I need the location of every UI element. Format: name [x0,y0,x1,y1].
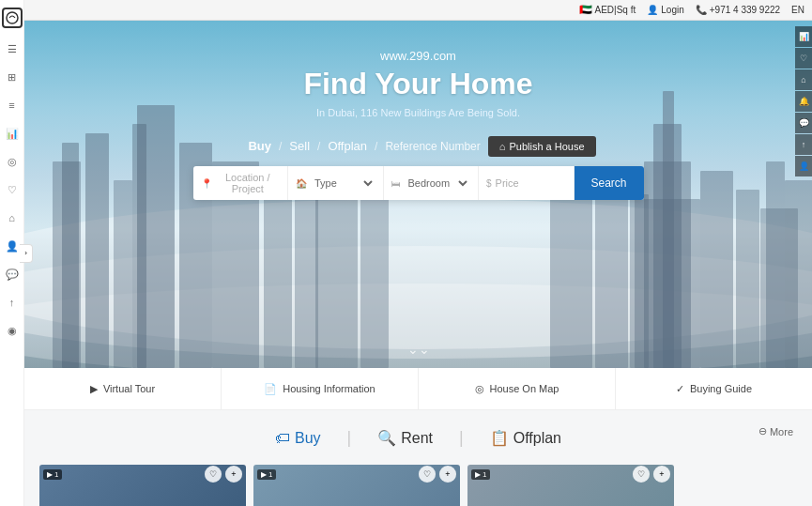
user-icon: 👤 [647,5,658,15]
rent-search-icon: 🔍 [377,429,396,447]
svg-rect-22 [785,180,812,368]
card-actions-3: ♡ + [633,466,670,483]
house-map-icon: ◎ [475,383,484,395]
bottom-navigation-bar: ▶ Virtual Tour 📄 Housing Information ◎ H… [24,368,812,410]
video-icon: ▶ [47,470,53,479]
sidebar-icon-chart[interactable]: 📊 [3,124,22,143]
card-overlay-3: ▶ 1 ♡ + [467,465,674,483]
card-add-button-1[interactable]: + [225,466,242,483]
card-overlay-2: ▶ 1 ♡ + [253,465,460,483]
type-select[interactable]: Type [311,176,375,190]
svg-rect-19 [736,190,759,368]
bedroom-select[interactable]: Bedroom [405,176,471,190]
sidebar-icon-menu[interactable]: ☰ [3,39,22,58]
tab-rent[interactable]: 🔍 Rent [370,425,440,451]
nav-reference[interactable]: Reference Number [377,136,487,157]
video-icon-3: ▶ [475,470,481,479]
card-add-button-3[interactable]: + [653,466,670,483]
logo[interactable] [2,8,23,28]
type-icon: 🏠 [296,178,307,189]
phone-icon: 📞 [696,5,707,15]
property-tabs: 🏷 Buy | 🔍 Rent | 📋 Offplan [24,418,812,458]
phone-number[interactable]: 📞 +971 4 339 9222 [696,5,780,15]
svg-rect-6 [114,180,132,368]
right-icon-chat[interactable]: 💬 [795,113,812,133]
home-icon: ⌂ [499,141,506,152]
housing-info-item[interactable]: 📄 Housing Information [222,368,419,409]
tab-separator-1: | [347,428,352,448]
property-card-1[interactable]: ▶ 1 ♡ + [39,465,246,506]
search-bar: 📍 Location / Project 🏠 Type 🛏 Bedroom $ … [193,166,644,200]
card-heart-button-1[interactable]: ♡ [205,466,222,483]
hero-subtitle: In Dubai, 116 New Buildings Are Being So… [24,107,812,118]
house-map-item[interactable]: ◎ House On Map [419,368,616,409]
language-selector[interactable]: EN [791,5,804,15]
sidebar-toggle[interactable]: › [20,244,33,263]
right-sidebar: 📊 ♡ ⌂ 🔔 💬 ↑ 👤 [795,26,812,177]
card-overlay-1: ▶ 1 ♡ + [39,465,246,483]
right-icon-chart[interactable]: 📊 [795,26,812,47]
sidebar-icon-home[interactable]: ⌂ [3,208,22,227]
card-actions-1: ♡ + [205,466,242,483]
sidebar-icon-user[interactable]: 👤 [3,237,22,255]
bedroom-field[interactable]: 🛏 Bedroom [384,166,480,200]
tab-offplan[interactable]: 📋 Offplan [483,425,569,451]
house-map-label: House On Map [490,383,559,394]
flag-icon: 🇦🇪 [579,4,592,16]
sidebar-icon-list[interactable]: ≡ [3,96,22,115]
sidebar-icon-up[interactable]: ↑ [3,293,22,312]
right-icon-up[interactable]: ↑ [795,134,812,155]
hero-url: www.299.com [24,49,812,63]
publish-button[interactable]: ⌂ Publish a House [488,136,596,157]
currency-selector[interactable]: 🇦🇪 AED|Sq ft [579,4,636,16]
hero-nav: Buy / Sell / Offplan / Reference Number … [24,135,812,157]
nav-buy[interactable]: Buy [240,135,279,157]
svg-rect-24 [360,199,389,368]
offplan-doc-icon: 📋 [490,429,509,447]
property-cards-row: ▶ 1 ♡ + ▶ 1 ♡ + ▶ 1 [24,465,812,506]
housing-info-icon: 📄 [264,383,277,395]
left-sidebar: ☰ ⊞ ≡ 📊 ◎ ♡ ⌂ 👤 💬 ↑ ◉ › [0,0,24,506]
video-icon-2: ▶ [261,470,267,479]
login-button[interactable]: 👤 Login [647,5,683,15]
right-icon-heart[interactable]: ♡ [795,48,812,69]
right-icon-home[interactable]: ⌂ [795,69,812,90]
currency-label: AED|Sq ft [595,5,636,15]
sidebar-icon-profile[interactable]: ◉ [3,321,22,340]
video-badge-1: ▶ 1 [43,469,62,480]
buying-guide-item[interactable]: ✓ Buying Guide [616,368,812,409]
type-field[interactable]: 🏠 Type [288,166,384,200]
buying-guide-label: Buying Guide [690,383,752,394]
hero-content: www.299.com Find Your Home In Dubai, 116… [24,49,812,200]
bedroom-icon: 🛏 [391,178,401,189]
virtual-tour-item[interactable]: ▶ Virtual Tour [24,368,222,409]
right-icon-user[interactable]: 👤 [795,156,812,176]
sidebar-icon-heart[interactable]: ♡ [3,180,22,199]
card-add-button-2[interactable]: + [439,466,456,483]
nav-sell[interactable]: Sell [282,135,317,157]
property-card-2[interactable]: ▶ 1 ♡ + [253,465,460,506]
tab-separator-2: | [459,428,464,448]
tab-buy[interactable]: 🏷 Buy [268,426,329,451]
location-field[interactable]: 📍 Location / Project [193,166,289,200]
svg-rect-13 [295,190,318,368]
price-field[interactable]: $ Price [479,166,575,200]
sidebar-icon-grid[interactable]: ⊞ [3,68,22,86]
svg-rect-26 [595,185,628,368]
buying-guide-icon: ✓ [676,383,684,395]
virtual-tour-icon: ▶ [90,383,98,395]
hero-section: www.299.com Find Your Home In Dubai, 116… [24,21,812,368]
sidebar-icon-location[interactable]: ◎ [3,152,22,171]
svg-rect-27 [630,194,649,368]
nav-offplan[interactable]: Offplan [320,135,375,157]
svg-point-0 [7,12,18,23]
right-icon-bell[interactable]: 🔔 [795,91,812,112]
video-badge-3: ▶ 1 [471,469,490,480]
search-button[interactable]: Search [575,166,644,200]
sidebar-icon-chat[interactable]: 💬 [3,265,22,284]
buy-tag-icon: 🏷 [275,430,290,447]
svg-rect-12 [264,171,292,368]
card-heart-button-2[interactable]: ♡ [419,466,436,483]
property-card-3[interactable]: ▶ 1 ♡ + [467,465,674,506]
card-heart-button-3[interactable]: ♡ [633,466,650,483]
